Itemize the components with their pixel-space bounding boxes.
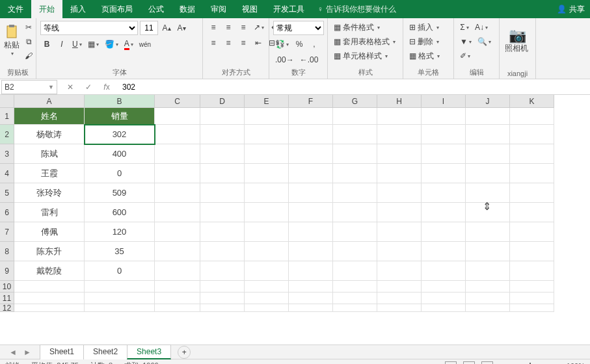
cell-A8[interactable]: 陈东升 — [14, 242, 85, 261]
cell-E1[interactable] — [245, 108, 289, 125]
cell-I1[interactable] — [422, 108, 466, 125]
row-header-1[interactable]: 1 — [0, 108, 14, 125]
cell-J3[interactable] — [466, 144, 510, 164]
cell-D3[interactable] — [200, 144, 245, 164]
tab-insert[interactable]: 插入 — [62, 0, 94, 18]
cell-I11[interactable] — [422, 292, 466, 304]
cell-F6[interactable] — [289, 203, 333, 222]
row-header-6[interactable]: 6 — [0, 203, 14, 222]
cell-C10[interactable] — [155, 281, 200, 292]
cell-H11[interactable] — [377, 292, 422, 304]
cell-I7[interactable] — [422, 222, 466, 242]
cell-C1[interactable] — [155, 108, 200, 125]
align-right-button[interactable]: ≡ — [237, 36, 250, 49]
sheet-nav-prev[interactable]: ◄ — [7, 346, 20, 359]
cell-C8[interactable] — [155, 242, 200, 261]
format-painter-button[interactable]: 🖌 — [22, 49, 35, 62]
row-header-4[interactable]: 4 — [0, 164, 14, 183]
tell-me-search[interactable]: ♀ 告诉我你想要做什么 — [317, 4, 396, 15]
copy-button[interactable]: ⧉ — [22, 35, 35, 48]
cell-C6[interactable] — [155, 203, 200, 222]
align-left-button[interactable]: ≡ — [207, 36, 220, 49]
spreadsheet-grid[interactable]: ABCDEFGHIJK 123456789101112 姓名销量杨敬涛302陈斌… — [0, 95, 590, 344]
cell-A12[interactable] — [14, 304, 85, 312]
camera-button[interactable]: 📷 照相机 — [503, 21, 530, 60]
row-header-2[interactable]: 2 — [0, 125, 14, 144]
view-page-layout-button[interactable] — [463, 361, 475, 365]
row-header-3[interactable]: 3 — [0, 144, 14, 164]
cell-K12[interactable] — [510, 304, 554, 312]
accept-formula-button[interactable]: ✓ — [82, 81, 95, 94]
phonetic-button[interactable]: wén — [137, 38, 153, 51]
tab-page-layout[interactable]: 页面布局 — [94, 0, 141, 18]
cell-F11[interactable] — [289, 292, 333, 304]
tab-formulas[interactable]: 公式 — [141, 0, 172, 18]
clear-button[interactable]: ✐ — [458, 49, 472, 62]
cell-J11[interactable] — [466, 292, 510, 304]
row-header-11[interactable]: 11 — [0, 292, 14, 304]
new-sheet-button[interactable]: + — [178, 346, 191, 359]
tab-data[interactable]: 数据 — [172, 0, 203, 18]
cell-C7[interactable] — [155, 222, 200, 242]
fill-color-button[interactable]: 🪣 — [103, 38, 120, 51]
cell-J2[interactable] — [466, 125, 510, 144]
cell-B11[interactable] — [85, 292, 155, 304]
cell-B5[interactable]: 509 — [85, 183, 155, 203]
cell-E11[interactable] — [245, 292, 289, 304]
cell-G2[interactable] — [333, 125, 377, 144]
cell-H6[interactable] — [377, 203, 422, 222]
cell-G10[interactable] — [333, 281, 377, 292]
column-header-F[interactable]: F — [289, 95, 333, 108]
name-box[interactable]: B2 ▼ — [1, 80, 57, 94]
cell-G4[interactable] — [333, 164, 377, 183]
cell-F1[interactable] — [289, 108, 333, 125]
cell-J4[interactable] — [466, 164, 510, 183]
cell-B2[interactable]: 302 — [85, 125, 155, 144]
decrease-decimal-button[interactable]: ←.00 — [298, 53, 321, 66]
cell-H12[interactable] — [377, 304, 422, 312]
column-header-J[interactable]: J — [466, 95, 510, 108]
cell-H5[interactable] — [377, 183, 422, 203]
align-bottom-button[interactable]: ≡ — [237, 21, 250, 34]
cell-K3[interactable] — [510, 144, 554, 164]
accounting-format-button[interactable]: 💱 — [273, 38, 291, 51]
cell-K7[interactable] — [510, 222, 554, 242]
cell-K10[interactable] — [510, 281, 554, 292]
cell-G9[interactable] — [333, 261, 377, 281]
cell-E6[interactable] — [245, 203, 289, 222]
zoom-in-button[interactable]: + — [556, 362, 559, 365]
cell-I5[interactable] — [422, 183, 466, 203]
cell-D8[interactable] — [200, 242, 245, 261]
tab-review[interactable]: 审阅 — [203, 0, 234, 18]
zoom-level[interactable]: 100% — [567, 362, 585, 365]
border-button[interactable]: ▦ — [86, 38, 101, 51]
row-header-7[interactable]: 7 — [0, 222, 14, 242]
share-button[interactable]: 👤 共享 — [557, 4, 585, 15]
cell-C12[interactable] — [155, 304, 200, 312]
cell-G1[interactable] — [333, 108, 377, 125]
cell-D9[interactable] — [200, 261, 245, 281]
orientation-button[interactable]: ↗ — [252, 21, 266, 34]
cell-J5[interactable] — [466, 183, 510, 203]
sheet-tab-sheet2[interactable]: Sheet2 — [83, 344, 127, 359]
format-cells-button[interactable]: ▦格式 — [407, 49, 449, 62]
decrease-font-button[interactable]: A▾ — [175, 21, 188, 34]
align-center-button[interactable]: ≡ — [222, 36, 235, 49]
cell-G12[interactable] — [333, 304, 377, 312]
column-header-E[interactable]: E — [245, 95, 289, 108]
bold-button[interactable]: B — [40, 38, 53, 51]
cell-F4[interactable] — [289, 164, 333, 183]
cell-C3[interactable] — [155, 144, 200, 164]
cancel-formula-button[interactable]: ✕ — [64, 81, 77, 94]
cell-K1[interactable] — [510, 108, 554, 125]
column-header-D[interactable]: D — [200, 95, 245, 108]
cell-H10[interactable] — [377, 281, 422, 292]
cell-F2[interactable] — [289, 125, 333, 144]
cell-H4[interactable] — [377, 164, 422, 183]
cell-F3[interactable] — [289, 144, 333, 164]
tab-view[interactable]: 视图 — [234, 0, 265, 18]
cell-A3[interactable]: 陈斌 — [14, 144, 85, 164]
cell-C2[interactable] — [155, 125, 200, 144]
sheet-tab-sheet1[interactable]: Sheet1 — [40, 344, 84, 359]
cell-J6[interactable] — [466, 203, 510, 222]
